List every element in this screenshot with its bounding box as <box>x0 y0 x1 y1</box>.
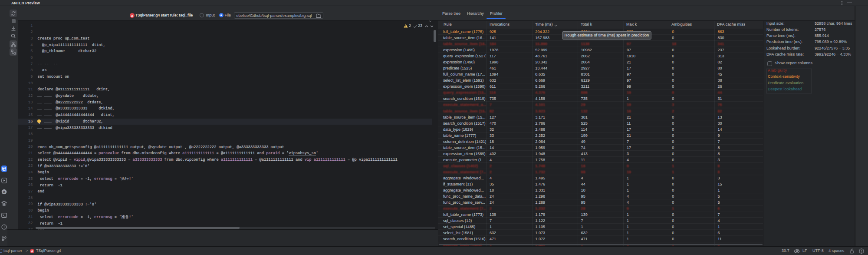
svg-text:A: A <box>131 14 133 18</box>
svg-text:A: A <box>31 249 33 252</box>
svg-text:A: A <box>3 190 6 194</box>
